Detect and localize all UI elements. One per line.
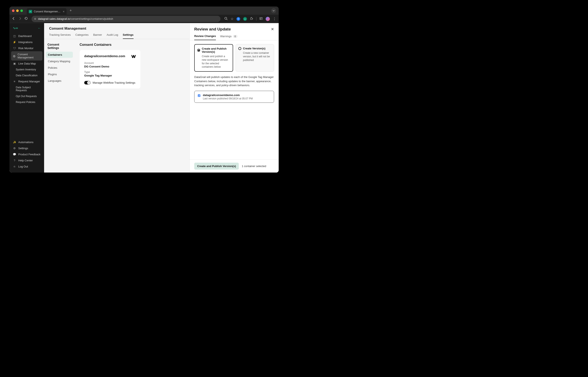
- browser-menu-button[interactable]: ⋮: [273, 17, 276, 21]
- sidebar-item-settings[interactable]: ⚙Settings: [10, 145, 44, 151]
- forward-button[interactable]: [18, 17, 22, 21]
- tab-banner[interactable]: Banner: [93, 33, 102, 39]
- sidebar-item-label: Log Out: [18, 165, 28, 168]
- webflow-tracking-toggle[interactable]: [84, 81, 90, 84]
- sidebar-item-label: Help Center: [18, 159, 33, 162]
- url-bar[interactable]: ⚙ datagrail-sales.datagrail.io/consent/s…: [32, 16, 221, 22]
- sidebar-item-label: Dashboard: [18, 35, 32, 38]
- radio-title: Create Version(s): [243, 47, 265, 50]
- site-info-icon[interactable]: ⚙: [34, 17, 36, 20]
- subnav-plugins[interactable]: Plugins: [46, 71, 73, 77]
- wand-icon: ✨: [13, 141, 16, 144]
- sidebar-item-label: Opt Out Requests: [16, 95, 37, 98]
- tab-audit-log[interactable]: Audit Log: [107, 33, 118, 39]
- dashboard-icon: ◫: [13, 35, 16, 38]
- sidebar-item-request-policies[interactable]: Request Policies: [10, 99, 44, 105]
- extension-1password-icon[interactable]: ①: [237, 17, 240, 21]
- sidebar-item-label: Consent Management: [18, 53, 39, 59]
- logout-icon: ⎋: [13, 165, 16, 168]
- radio-title: Create and Publish Version(s): [202, 47, 230, 53]
- sidebar-item-system-inventory[interactable]: System Inventory: [10, 67, 44, 72]
- sidebar-item-request-manager[interactable]: ≡Request Manager: [10, 78, 44, 84]
- close-window-button[interactable]: [12, 10, 14, 12]
- window-titlebar: ∞ Consent Management | DataG… × +: [10, 7, 279, 15]
- option-create-version[interactable]: Create Version(s) Create a new container…: [236, 44, 274, 72]
- sidebar-item-opt-out-requests[interactable]: Opt Out Requests: [10, 93, 44, 99]
- review-panel: Review and Update ✕ Review Changes Warni…: [189, 23, 279, 173]
- sidebar-item-label: Data Subject Requests: [16, 86, 41, 92]
- option-create-and-publish[interactable]: Create and Publish Version(s) Create and…: [194, 44, 233, 72]
- radio-description: Create a new container version, but it w…: [238, 51, 271, 62]
- review-tab-label: Warnings: [220, 35, 231, 38]
- close-panel-button[interactable]: ✕: [271, 27, 274, 32]
- radio-description: Create and publish a new workspace versi…: [197, 55, 230, 69]
- review-tab-changes[interactable]: Review Changes: [194, 35, 216, 40]
- subnav-containers[interactable]: Containers: [46, 52, 73, 58]
- sidebar-item-risk-monitor[interactable]: 🛡Risk Monitor: [10, 45, 44, 51]
- subnav-languages[interactable]: Languages: [46, 78, 73, 84]
- sidebar-item-live-data-map[interactable]: ▣Live Data Map: [10, 60, 44, 67]
- subnav-category-mapping[interactable]: Category Mapping: [46, 58, 73, 64]
- review-info-text: DataGrail will publish updates to each o…: [194, 75, 274, 87]
- tab-settings[interactable]: Settings: [123, 33, 134, 39]
- sidebar-item-label: Request Manager: [18, 80, 40, 83]
- sidebar-item-data-subject-requests[interactable]: Data Subject Requests: [10, 84, 44, 93]
- review-tab-warnings[interactable]: Warnings0: [220, 35, 237, 40]
- new-tab-button[interactable]: +: [69, 8, 72, 13]
- traffic-lights: [12, 10, 23, 12]
- favicon-icon: ∞: [29, 10, 32, 13]
- extension-datagrail-icon[interactable]: ∞: [243, 17, 247, 21]
- gear-icon: ⚙: [13, 147, 16, 150]
- side-panel-button[interactable]: [259, 17, 263, 21]
- bookmark-star-icon[interactable]: ☆: [231, 17, 234, 21]
- tab-categories[interactable]: Categories: [75, 33, 89, 39]
- svg-point-0: [225, 17, 227, 19]
- review-tab-label: Review Changes: [194, 35, 216, 38]
- sidebar-item-label: System Inventory: [16, 68, 36, 71]
- shield-icon: 🛡: [13, 47, 16, 50]
- profile-avatar[interactable]: [266, 17, 270, 21]
- selection-count: 1 container selected: [242, 165, 266, 168]
- extensions-button[interactable]: [250, 17, 253, 21]
- back-button[interactable]: [12, 17, 15, 21]
- maximize-window-button[interactable]: [20, 10, 23, 12]
- container-selection-item[interactable]: datagrailconsentdemo.com Last version pu…: [194, 91, 274, 103]
- warnings-count-badge: 0: [233, 35, 237, 38]
- sidebar-item-log-out[interactable]: ⎋Log Out: [10, 164, 44, 170]
- tabs-dropdown-button[interactable]: [271, 8, 276, 13]
- review-title: Review and Update: [194, 27, 231, 32]
- sidebar-item-help-center[interactable]: ?Help Center: [10, 157, 44, 164]
- zoom-icon[interactable]: [224, 17, 228, 21]
- logo-icon[interactable]: ∿∞: [13, 26, 18, 30]
- tab-title: Consent Management | DataG…: [34, 10, 61, 13]
- sidebar-item-integrations[interactable]: ⚡Integrations: [10, 39, 44, 45]
- url-text: datagrail-sales.datagrail.io/consent/set…: [38, 17, 113, 20]
- collapse-sidebar-button[interactable]: ←: [38, 26, 41, 30]
- gtm-icon: [197, 94, 201, 97]
- sidebar-item-consent-management[interactable]: ◎Consent Management: [11, 51, 42, 60]
- sidebar-item-label: Settings: [18, 147, 28, 150]
- browser-tab[interactable]: ∞ Consent Management | DataG… ×: [27, 8, 67, 15]
- reload-button[interactable]: [24, 17, 28, 21]
- tab-tracking-services[interactable]: Tracking Services: [49, 33, 71, 39]
- container-domain: datagrailconsentdemo.com: [84, 54, 125, 58]
- close-tab-button[interactable]: ×: [63, 10, 65, 13]
- minimize-window-button[interactable]: [16, 10, 19, 12]
- divider: [256, 17, 256, 21]
- container-card[interactable]: datagrailconsentdemo.com Account DG Cons…: [79, 50, 140, 89]
- sidebar-item-dashboard[interactable]: ◫Dashboard: [10, 33, 44, 39]
- svg-line-1: [226, 19, 227, 20]
- sidebar-item-label: Product Feedback: [18, 153, 41, 156]
- toggle-label: Manage Webflow Tracking Settings: [93, 81, 136, 84]
- webflow-icon: [131, 54, 136, 59]
- subnav-policies[interactable]: Policies: [46, 65, 73, 71]
- sidebar-item-product-feedback[interactable]: 💬Product Feedback: [10, 151, 44, 157]
- sidebar-item-automations[interactable]: ✨Automations: [10, 139, 44, 145]
- sidebar-item-data-classification[interactable]: Data Classification: [10, 72, 44, 78]
- page-tabs: Tracking Services Categories Banner Audi…: [44, 31, 189, 39]
- list-icon: ≡: [13, 80, 16, 83]
- create-and-publish-button[interactable]: Create and Publish Version(s): [194, 163, 239, 170]
- chat-icon: 💬: [13, 153, 16, 156]
- sidebar-item-label: Request Policies: [16, 101, 35, 104]
- map-icon: ▣: [13, 62, 16, 65]
